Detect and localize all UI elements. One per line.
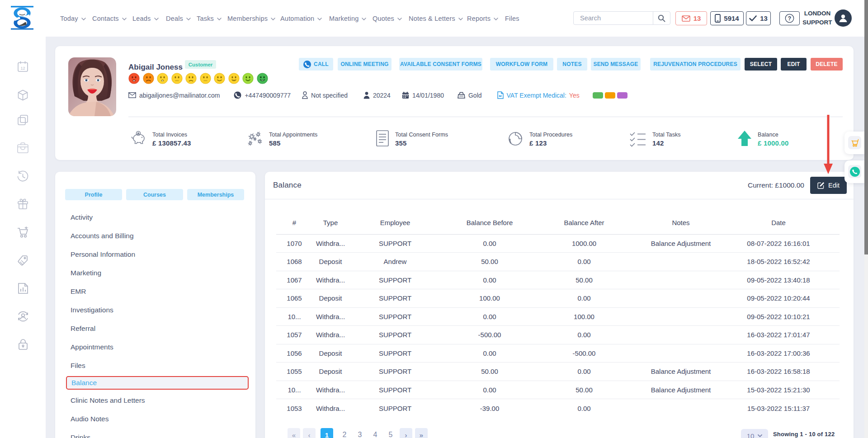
svg-text:?: ? xyxy=(788,15,791,22)
svg-text:12: 12 xyxy=(20,66,25,71)
